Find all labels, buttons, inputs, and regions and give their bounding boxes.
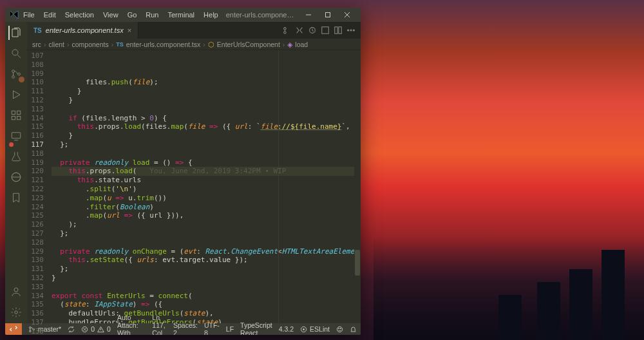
- scrollbar-thumb[interactable]: [355, 250, 360, 276]
- run-file-icon[interactable]: [321, 26, 330, 35]
- crumb-method[interactable]: load: [295, 41, 308, 48]
- code-line[interactable]: };: [52, 265, 354, 274]
- code-line[interactable]: };: [52, 140, 354, 149]
- code-line[interactable]: [52, 238, 354, 247]
- window-title: enter-urls.component.tsx - webpack-bundl…: [222, 11, 299, 19]
- code-line[interactable]: private readonly onChange = (evt: React.…: [52, 247, 354, 256]
- svg-point-20: [284, 32, 287, 34]
- breadcrumb[interactable]: src› client› components› TS enter-urls.c…: [27, 39, 361, 50]
- remote-indicator[interactable]: [5, 323, 22, 335]
- vertical-scrollbar[interactable]: [354, 50, 361, 323]
- titlebar: File Edit Selection View Go Run Terminal…: [5, 8, 361, 22]
- compare-changes-icon[interactable]: [295, 26, 304, 35]
- code-line[interactable]: export const EnterUrls = connect(: [52, 292, 354, 301]
- open-changes-icon[interactable]: [308, 26, 317, 35]
- menu-file[interactable]: File: [19, 11, 39, 19]
- code-line[interactable]: }: [52, 96, 354, 105]
- menu-help[interactable]: Help: [200, 11, 222, 19]
- menu-go[interactable]: Go: [124, 11, 141, 19]
- svg-rect-14: [12, 133, 21, 138]
- account-icon[interactable]: [9, 285, 23, 299]
- code-line[interactable]: }: [52, 274, 354, 283]
- code-line[interactable]: [52, 105, 354, 114]
- tab-close-icon[interactable]: ×: [128, 26, 131, 34]
- eol-status[interactable]: LF: [226, 325, 234, 333]
- indentation-status[interactable]: Spaces: 2: [173, 321, 198, 335]
- vscode-window: File Edit Selection View Go Run Terminal…: [5, 8, 361, 335]
- editor-actions: [282, 22, 361, 39]
- encoding-status[interactable]: UTF-8: [204, 321, 220, 335]
- code-line[interactable]: defaultUrls: getBundleUrls(state),: [52, 309, 354, 318]
- svg-point-19: [284, 28, 287, 30]
- tab-enter-urls[interactable]: TS enter-urls.component.tsx ×: [27, 22, 138, 39]
- search-icon[interactable]: [9, 46, 23, 61]
- extensions-icon[interactable]: [9, 108, 23, 122]
- feedback-icon[interactable]: [336, 326, 343, 333]
- code-line[interactable]: bundleErrors: getBundleErrors(state),: [52, 318, 354, 323]
- code-line[interactable]: if (files.length > 0) {: [52, 114, 354, 123]
- code-line[interactable]: this.props.load( You, June 2nd, 2019 3:4…: [52, 167, 354, 176]
- gitlens-toggle-icon[interactable]: [282, 26, 291, 35]
- code-line[interactable]: .filter(Boolean): [52, 203, 354, 212]
- eslint-status[interactable]: ESLint: [300, 325, 330, 333]
- code-line[interactable]: this.props.load(files.map(file => ({ url…: [52, 122, 354, 131]
- ruler-line: [278, 50, 279, 323]
- code-line[interactable]: [52, 149, 354, 158]
- svg-marker-9: [14, 91, 21, 99]
- language-mode-status[interactable]: TypeScript React: [240, 321, 272, 335]
- svg-rect-22: [322, 27, 329, 34]
- code-line[interactable]: this.state.urls: [52, 176, 354, 185]
- test-icon[interactable]: [9, 149, 23, 164]
- code-line[interactable]: .map(url => ({ url })),: [52, 211, 354, 220]
- svg-rect-10: [12, 111, 15, 114]
- menu-edit[interactable]: Edit: [40, 11, 60, 19]
- ts-version-status[interactable]: 4.3.2: [279, 325, 294, 333]
- error-count: 0: [91, 325, 95, 333]
- menu-run[interactable]: Run: [142, 11, 162, 19]
- svg-point-17: [14, 288, 18, 292]
- crumb-file[interactable]: enter-urls.component.tsx: [126, 41, 201, 48]
- notifications-icon[interactable]: [350, 326, 357, 333]
- minimize-button[interactable]: [299, 8, 318, 22]
- svg-point-18: [15, 311, 18, 314]
- code-line[interactable]: private readonly load = () => {: [52, 158, 354, 167]
- code-line[interactable]: }: [52, 131, 354, 140]
- close-button[interactable]: [337, 8, 357, 22]
- code-line[interactable]: .split('\n'): [52, 185, 354, 194]
- maximize-button[interactable]: [318, 8, 337, 22]
- run-debug-icon[interactable]: [9, 88, 23, 102]
- split-editor-icon[interactable]: [334, 26, 343, 35]
- more-actions-icon[interactable]: [346, 26, 355, 35]
- sync-status[interactable]: [68, 326, 75, 333]
- svg-rect-13: [17, 117, 21, 120]
- code-line[interactable]: };: [52, 229, 354, 238]
- crumb-src[interactable]: src: [32, 41, 41, 48]
- code-line[interactable]: }: [52, 87, 354, 96]
- bookmark-icon[interactable]: [9, 191, 23, 205]
- menu-selection[interactable]: Selection: [61, 11, 98, 19]
- source-control-icon[interactable]: [9, 67, 23, 81]
- activity-bar: [5, 22, 27, 323]
- editor-area[interactable]: 1071081091101111121131141151161171181191…: [27, 50, 361, 323]
- menu-bar: File Edit Selection View Go Run Terminal…: [19, 11, 222, 19]
- code-line[interactable]: files.push(file);: [52, 78, 354, 87]
- code-line[interactable]: (state: IAppState) => ({: [52, 300, 354, 309]
- code-line[interactable]: );: [52, 220, 354, 229]
- crumb-client[interactable]: client: [49, 41, 65, 48]
- problems-status[interactable]: 0 0: [81, 325, 111, 333]
- settings-gear-icon[interactable]: [9, 305, 23, 319]
- code-line[interactable]: [52, 283, 354, 292]
- remote-icon[interactable]: [9, 129, 23, 143]
- svg-rect-12: [12, 117, 15, 120]
- crumb-components[interactable]: components: [72, 41, 109, 48]
- menu-view[interactable]: View: [99, 11, 122, 19]
- code-content[interactable]: files.push(file); } } if (files.length >…: [49, 50, 354, 323]
- typescript-react-icon: TS: [33, 27, 42, 34]
- explorer-icon[interactable]: [8, 26, 23, 40]
- crumb-class[interactable]: EnterUrlsComponent: [217, 41, 280, 48]
- code-line[interactable]: .map(u => u.trim()): [52, 194, 354, 203]
- code-line[interactable]: this.setState({ urls: evt.target.value }…: [52, 256, 354, 265]
- references-icon[interactable]: [9, 170, 23, 184]
- menu-terminal[interactable]: Terminal: [164, 11, 199, 19]
- svg-rect-11: [17, 111, 21, 114]
